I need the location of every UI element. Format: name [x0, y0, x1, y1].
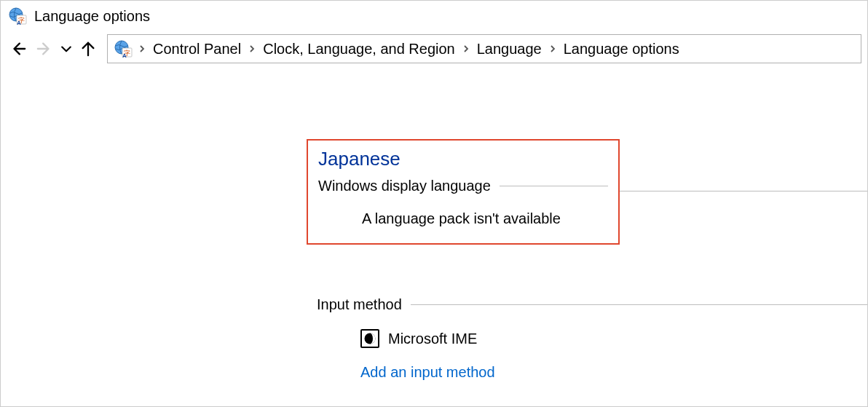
divider-line — [411, 304, 867, 305]
svg-text:A: A — [122, 52, 127, 58]
up-button[interactable] — [76, 37, 100, 60]
navigation-bar: 字 A Control Panel Clock, Language, and R… — [1, 31, 867, 66]
input-method-section: Input method Microsoft IME Add an input … — [307, 292, 867, 381]
divider-line — [620, 191, 867, 191]
breadcrumb-clock-language-region[interactable]: Clock, Language, and Region — [261, 41, 457, 58]
window-title: Language options — [34, 8, 150, 25]
highlight-box: Japanese Windows display language A lang… — [307, 139, 620, 245]
ime-name: Microsoft IME — [388, 331, 477, 347]
chevron-right-icon[interactable] — [461, 44, 471, 54]
back-button[interactable] — [7, 37, 30, 60]
add-input-method-link[interactable]: Add an input method — [360, 364, 495, 381]
breadcrumb-language-options[interactable]: Language options — [562, 41, 681, 58]
chevron-right-icon[interactable] — [247, 44, 257, 54]
svg-text:A: A — [17, 20, 21, 25]
ime-icon — [360, 329, 379, 348]
display-language-section: Windows display language — [318, 178, 608, 194]
language-heading: Japanese — [318, 148, 608, 170]
breadcrumb-control-panel[interactable]: Control Panel — [151, 41, 242, 58]
language-pack-status: A language pack isn't available — [362, 210, 608, 227]
breadcrumb-language[interactable]: Language — [476, 41, 543, 58]
divider-line — [500, 186, 608, 186]
display-language-label: Windows display language — [318, 178, 491, 194]
title-bar: 字 A Language options — [1, 1, 867, 31]
chevron-right-icon[interactable] — [548, 44, 558, 54]
ime-row: Microsoft IME — [360, 329, 867, 348]
forward-button[interactable] — [33, 37, 56, 60]
globe-language-icon: 字 A — [114, 39, 133, 58]
recent-locations-dropdown[interactable] — [59, 37, 74, 60]
input-method-label: Input method — [317, 296, 402, 313]
address-bar[interactable]: 字 A Control Panel Clock, Language, and R… — [107, 34, 861, 63]
globe-language-icon: 字 A — [8, 7, 27, 25]
chevron-right-icon[interactable] — [137, 44, 147, 54]
